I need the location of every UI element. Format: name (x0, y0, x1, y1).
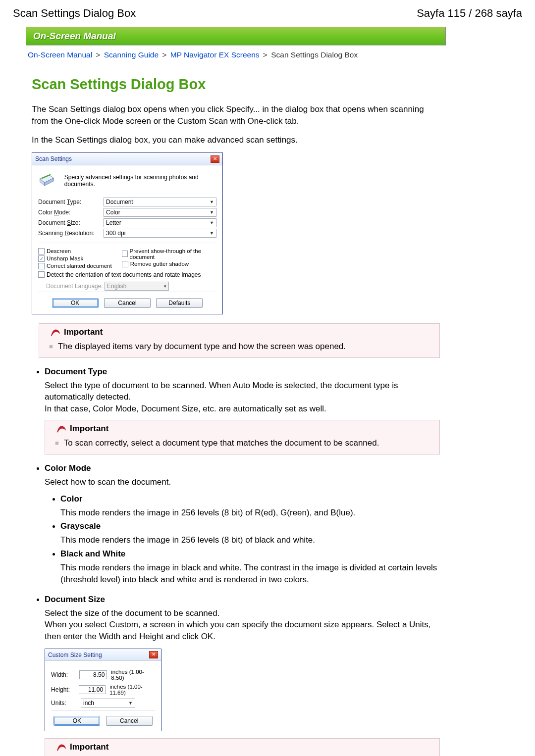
ok-button[interactable]: OK (52, 298, 99, 308)
page-title: Scan Settings Dialog Box (32, 76, 440, 93)
checkbox-prevent-showthrough[interactable] (122, 251, 128, 257)
select-document-size[interactable]: Letter▼ (104, 218, 216, 227)
select-scan-resolution[interactable]: 300 dpi▼ (104, 229, 216, 238)
select-color-mode[interactable]: Color▼ (104, 208, 216, 217)
banner-title: On-Screen Manual (26, 27, 446, 46)
breadcrumb: On-Screen Manual > Scanning Guide > MP N… (26, 46, 446, 61)
custom-dialog-title: Custom Size Setting (48, 652, 102, 658)
topic-color-mode-body: Select how to scan the document. (45, 473, 440, 491)
header-left: Scan Settings Dialog Box (13, 7, 136, 20)
checkbox-unsharp-mask[interactable]: ✓ (38, 255, 45, 262)
breadcrumb-sep: > (94, 50, 102, 59)
subtopic-color-title: Color (60, 494, 440, 504)
subtopic-grayscale-body: This mode renders the image in 256 level… (60, 531, 440, 549)
topic-document-type-body: Select the type of document to be scanne… (45, 377, 440, 418)
header-right: Sayfa 115 / 268 sayfa (417, 7, 522, 20)
label-descreen: Descreen (47, 248, 71, 254)
intro-paragraph-1: The Scan Settings dialog box opens when … (32, 103, 440, 127)
close-icon[interactable]: ✕ (211, 155, 219, 163)
scan-settings-dialog: Scan Settings ✕ Specify advanced setting… (32, 152, 223, 314)
important-icon (56, 742, 67, 753)
input-width[interactable]: 8.50 (79, 670, 107, 679)
label-height: Height: (51, 686, 79, 693)
breadcrumb-sep: > (262, 50, 269, 59)
checkbox-correct-slanted[interactable] (38, 263, 45, 269)
topic-color-mode-title: Color Mode (45, 463, 440, 473)
bullet-icon: ■ (55, 437, 59, 449)
range-width: inches (1.00-8.50) (111, 669, 155, 681)
window-buttons: ✕ (149, 651, 158, 658)
important-heading: Important (64, 327, 103, 337)
label-document-type: Document Type: (38, 199, 104, 205)
subtopic-color-body: This mode renders the image in 256 level… (60, 504, 440, 522)
important-heading: Important (70, 424, 108, 434)
topic-document-size-body: Select the size of the document to be sc… (45, 605, 440, 646)
label-remove-gutter: Remove gutter shadow (130, 261, 189, 267)
scanner-icon (39, 173, 54, 188)
label-color-mode: Color Mode: (38, 209, 104, 216)
checkbox-detect-orientation[interactable] (38, 271, 45, 278)
intro-paragraph-2: In the Scan Settings dialog box, you can… (32, 134, 440, 146)
select-document-language: English▾ (105, 282, 169, 291)
note-text: To scan correctly, select a document typ… (64, 437, 379, 449)
important-heading: Important (70, 742, 108, 752)
cancel-button[interactable]: Cancel (106, 716, 153, 726)
important-icon (56, 423, 67, 434)
defaults-button[interactable]: Defaults (156, 298, 203, 308)
important-icon (50, 327, 61, 338)
chevron-down-icon: ▼ (128, 701, 133, 706)
ok-button[interactable]: OK (54, 716, 100, 726)
chevron-down-icon: ▼ (210, 220, 214, 225)
important-note-1: Important ■The displayed items vary by d… (39, 323, 440, 358)
subtopic-bw-body: This mode renders the image in black and… (60, 559, 440, 589)
select-units[interactable]: inch▼ (81, 699, 135, 707)
breadcrumb-link-0[interactable]: On-Screen Manual (28, 50, 92, 59)
chevron-down-icon: ▼ (210, 200, 214, 204)
note-text: The displayed items vary by document typ… (58, 341, 346, 353)
close-icon[interactable]: ✕ (149, 651, 158, 658)
cancel-button[interactable]: Cancel (104, 298, 151, 308)
bullet-icon: ■ (49, 341, 53, 353)
label-prevent-showthrough: Prevent show-through of the document (130, 248, 216, 260)
label-correct-slanted: Correct slanted document (47, 263, 112, 269)
chevron-down-icon: ▼ (210, 231, 214, 236)
topic-document-size-title: Document Size (45, 595, 440, 605)
important-note-3: Important ■When you select Auto Detect, … (45, 738, 440, 756)
page-header: Scan Settings Dialog Box Sayfa 115 / 268… (10, 5, 525, 27)
input-height[interactable]: 11.00 (79, 685, 106, 694)
chevron-down-icon: ▾ (164, 284, 166, 289)
dialog-title: Scan Settings (35, 155, 72, 162)
label-units: Units: (51, 700, 81, 706)
checkbox-remove-gutter[interactable] (122, 261, 128, 267)
label-document-size: Document Size: (38, 219, 104, 226)
topic-document-type-title: Document Type (45, 367, 440, 377)
subtopic-grayscale-title: Grayscale (60, 521, 440, 531)
breadcrumb-link-1[interactable]: Scanning Guide (104, 50, 159, 59)
label-unsharp-mask: Unsharp Mask (47, 255, 83, 261)
checkbox-descreen[interactable] (38, 248, 45, 254)
subtopic-bw-title: Black and White (60, 549, 440, 559)
range-height: inches (1.00-11.69) (109, 684, 155, 696)
select-document-type[interactable]: Document▼ (104, 198, 216, 206)
window-buttons: ✕ (211, 155, 219, 162)
breadcrumb-link-2[interactable]: MP Navigator EX Screens (170, 50, 260, 59)
important-note-2: Important ■To scan correctly, select a d… (45, 420, 440, 454)
label-scan-resolution: Scanning Resolution: (38, 230, 104, 237)
label-detect-orientation: Detect the orientation of text documents… (47, 271, 201, 278)
breadcrumb-sep: > (160, 50, 168, 59)
custom-size-dialog: Custom Size Setting ✕ Width: 8.50 inches… (45, 649, 161, 731)
breadcrumb-current: Scan Settings Dialog Box (271, 50, 358, 59)
label-document-language: Document Language: (46, 283, 105, 290)
label-width: Width: (51, 671, 79, 678)
chevron-down-icon: ▼ (210, 210, 214, 215)
dialog-subtitle: Specify advanced settings for scanning p… (64, 174, 215, 188)
